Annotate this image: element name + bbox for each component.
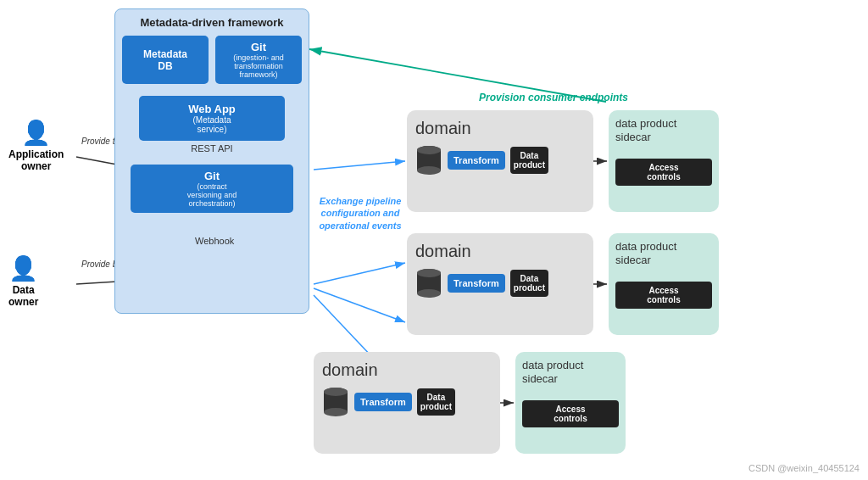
- sidecar-bottom: data product sidecar Access controls: [515, 352, 626, 454]
- person-icon-2: 👤: [8, 254, 38, 282]
- diagram-container: 👤 Application owner Provide technical in…: [0, 0, 868, 480]
- sidecar-title-2: data product sidecar: [615, 240, 712, 266]
- access-box-2: Access controls: [615, 282, 712, 309]
- webhook-label: Webhook: [195, 236, 234, 246]
- data-product-box-1: Dataproduct: [510, 147, 548, 174]
- svg-point-30: [417, 289, 441, 298]
- svg-line-12: [314, 263, 405, 284]
- access-box-1: Access controls: [615, 159, 712, 186]
- domain-bottom: domain Transform Dataproduct: [314, 352, 500, 454]
- transform-box-1: Transform: [448, 151, 505, 170]
- domain-title-3: domain: [322, 360, 492, 380]
- webapp-box: Web App (Metadataservice): [139, 96, 285, 141]
- transform-box-3: Transform: [354, 393, 412, 411]
- sidecar-title-1: data product sidecar: [615, 117, 712, 143]
- transform-box-2: Transform: [448, 274, 505, 293]
- provision-label: Provision consumer endpoints: [479, 92, 628, 103]
- access-box-3: Access controls: [522, 400, 619, 427]
- git-top-box: Git (ingestion- andtransformationframewo…: [215, 36, 302, 84]
- framework-top-row: MetadataDB Git (ingestion- andtransforma…: [122, 36, 302, 84]
- data-product-box-3: Dataproduct: [417, 388, 455, 416]
- svg-point-27: [417, 146, 441, 154]
- db-cylinder-1: [415, 145, 442, 176]
- svg-line-11: [314, 161, 405, 170]
- person-label-1: Application owner: [8, 148, 64, 173]
- watermark: CSDN @weixin_40455124: [748, 463, 860, 473]
- person-data-owner: 👤 Data owner: [8, 254, 38, 309]
- svg-point-31: [417, 269, 441, 277]
- person-icon-1: 👤: [8, 119, 64, 147]
- exchange-label: Exchange pipeline configuration and oper…: [314, 195, 407, 232]
- sidecar-mid-right: data product sidecar Access controls: [609, 233, 719, 335]
- db-cylinder-3: [322, 387, 349, 417]
- person-label-2: Data owner: [8, 284, 38, 309]
- sidecar-title-3: data product sidecar: [522, 359, 619, 385]
- framework-title: Metadata-driven framework: [122, 16, 302, 29]
- metadata-db-box: MetadataDB: [122, 36, 209, 84]
- svg-point-34: [324, 408, 348, 416]
- data-product-box-2: Dataproduct: [510, 270, 548, 297]
- metadata-framework-box: Metadata-driven framework MetadataDB Git…: [114, 8, 309, 314]
- sidecar-top-right: data product sidecar Access controls: [609, 110, 719, 212]
- domain-top-right: domain Transform Dataproduct: [407, 110, 593, 212]
- domain-mid-right: domain Transform Dataproduct: [407, 233, 593, 335]
- domain-title-2: domain: [415, 242, 585, 261]
- domain-row-1: Transform Dataproduct: [415, 145, 585, 176]
- svg-point-26: [417, 166, 441, 175]
- domain-row-3: Transform Dataproduct: [322, 387, 492, 417]
- svg-line-13: [314, 288, 405, 322]
- domain-title-1: domain: [415, 119, 585, 138]
- person-application-owner: 👤 Application owner: [8, 119, 64, 173]
- git-bottom-box: Git (contractversioning andorchestration…: [131, 165, 293, 213]
- rest-api-label: REST API: [122, 143, 302, 153]
- domain-row-2: Transform Dataproduct: [415, 268, 585, 299]
- db-cylinder-2: [415, 268, 442, 299]
- svg-point-35: [324, 388, 348, 396]
